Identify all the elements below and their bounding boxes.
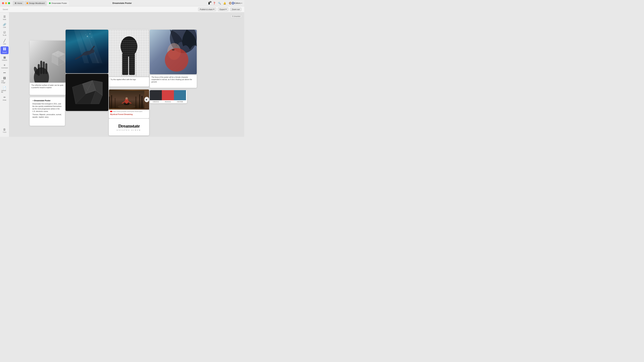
youtube-icon bbox=[110, 111, 112, 112]
traffic-lights bbox=[2, 2, 10, 4]
water-caption-text: The reflective surface of water can be q… bbox=[30, 83, 66, 90]
card-video[interactable]: ▶ https://www.youtube.com/mystic-forest-… bbox=[109, 89, 149, 118]
geometric-image bbox=[66, 74, 108, 111]
publish-share-button[interactable]: Publish & share ▾ bbox=[198, 7, 216, 11]
line-icon: ╱ bbox=[4, 39, 6, 43]
fullscreen-button[interactable] bbox=[8, 2, 10, 4]
tab-home[interactable]: Home bbox=[13, 1, 24, 5]
trash-label: Trash bbox=[3, 131, 6, 133]
logo-title: Dreamstate bbox=[118, 123, 140, 129]
help-icon[interactable]: ❓ bbox=[213, 2, 216, 4]
card-text-description[interactable]: —Dreamstate Poster Dreamstate first emer… bbox=[30, 97, 65, 126]
portrait-caption-text: The focus of the poster will be a female… bbox=[150, 75, 197, 84]
notification-icon[interactable]: 🔔 bbox=[223, 2, 226, 4]
portrait-image bbox=[150, 30, 197, 74]
secondary-toolbar: Saved Publish & share ▾ Export ▾ Zoom ou… bbox=[0, 6, 244, 12]
sidebar-image-label: Add image bbox=[1, 80, 8, 83]
sidebar-item-todo[interactable]: ☑ To-do bbox=[0, 30, 8, 37]
card-underwater[interactable] bbox=[66, 30, 108, 73]
svg-rect-3 bbox=[5, 49, 6, 50]
minimize-button[interactable] bbox=[5, 2, 7, 4]
forest-scene bbox=[109, 89, 144, 110]
board-icon bbox=[3, 47, 6, 51]
column-icon: ▦ bbox=[3, 56, 6, 59]
svg-point-53 bbox=[172, 49, 174, 51]
trash-icon: 🗑 bbox=[3, 128, 6, 131]
sidebar-item-more[interactable]: ••• bbox=[0, 70, 8, 75]
sidebar-line-label: Line bbox=[3, 43, 6, 45]
card-halftone-caption[interactable]: Try this rippled effect with the logo bbox=[109, 77, 149, 86]
zoom-out-button[interactable]: Zoom out bbox=[230, 7, 242, 11]
tab-home-label: Home bbox=[17, 2, 22, 4]
sidebar-item-board[interactable]: Board bbox=[0, 46, 8, 54]
sidebar-item-column[interactable]: ▦ Column bbox=[0, 55, 8, 62]
svg-rect-8 bbox=[43, 61, 45, 74]
card-geometric[interactable] bbox=[66, 74, 108, 111]
svg-point-66 bbox=[118, 105, 136, 108]
svg-point-52 bbox=[165, 48, 188, 71]
publish-chevron-icon: ▾ bbox=[213, 8, 214, 10]
card-portrait[interactable] bbox=[150, 30, 197, 74]
svg-rect-59 bbox=[136, 96, 136, 108]
close-button[interactable] bbox=[2, 2, 4, 4]
svg-rect-57 bbox=[142, 96, 142, 108]
search-icon[interactable]: 🔍 bbox=[218, 2, 221, 4]
export-button[interactable]: Export ▾ bbox=[218, 7, 228, 11]
titlebar: Home Design Moodboard Dreamstate Poster … bbox=[0, 0, 244, 6]
video-title: Mystical Forest Dreaming bbox=[109, 113, 149, 117]
play-button[interactable]: ▶ bbox=[144, 97, 149, 102]
document-title: Dreamstate Poster bbox=[112, 2, 132, 4]
editors-chevron-icon: ▾ bbox=[241, 2, 242, 4]
sidebar-item-link[interactable]: 🔗 Link bbox=[0, 22, 8, 29]
card-halftone[interactable] bbox=[109, 30, 149, 77]
underwater-image bbox=[66, 30, 108, 73]
halftone-caption-text: Try this rippled effect with the logo bbox=[109, 77, 149, 82]
tab-dreamstate-poster[interactable]: Dreamstate Poster bbox=[47, 1, 69, 5]
text-card-heading: —Dreamstate Poster bbox=[32, 99, 62, 102]
sidebar-todo-label: To-do bbox=[3, 34, 6, 36]
sidebar-file-label: Upload file bbox=[1, 90, 8, 93]
editors-button[interactable]: A B Editors ▾ bbox=[228, 1, 242, 5]
upload-file-icon: 📄 bbox=[3, 86, 6, 89]
halftone-image bbox=[109, 30, 149, 77]
card-hand-image[interactable] bbox=[30, 40, 66, 82]
sidebar-item-draw[interactable]: ✏ Draw bbox=[0, 95, 8, 102]
text-card-body2: Themes: Majestic, provocative, surreal, … bbox=[32, 113, 62, 118]
swatch-red bbox=[162, 90, 174, 100]
swatch-blue-label: #36789B bbox=[174, 100, 186, 103]
sidebar: ☰ Note 🔗 Link ☑ To-do ╱ Line Board bbox=[0, 12, 9, 137]
svg-rect-1 bbox=[5, 48, 6, 49]
draw-icon: ✏ bbox=[4, 96, 6, 99]
sidebar-note-label: Note bbox=[3, 18, 6, 20]
svg-rect-48 bbox=[120, 40, 137, 77]
tab-design-moodboard-dot bbox=[26, 2, 28, 4]
avatar-2: B bbox=[231, 1, 235, 5]
tab-design-moodboard[interactable]: Design Moodboard bbox=[24, 1, 46, 5]
card-logo[interactable]: Dreamstate ESCAPES ALBUM bbox=[109, 119, 149, 135]
sidebar-item-note[interactable]: ☰ Note bbox=[0, 14, 8, 21]
sidebar-item-trash[interactable]: 🗑 Trash bbox=[2, 127, 7, 134]
note-icon: ☰ bbox=[3, 15, 6, 18]
editors-label: Editors bbox=[234, 2, 241, 4]
sidebar-link-label: Link bbox=[3, 26, 6, 28]
main-layout: ☰ Note 🔗 Link ☑ To-do ╱ Line Board bbox=[0, 12, 244, 137]
canvas-area[interactable]: 0 Unsorted bbox=[9, 12, 244, 137]
card-water-caption[interactable]: The reflective surface of water can be q… bbox=[30, 83, 66, 95]
device-icon[interactable]: 📱 0 bbox=[208, 2, 210, 4]
sidebar-item-line[interactable]: ╱ Line bbox=[0, 38, 8, 46]
sidebar-item-comment[interactable]: ≡ Comment bbox=[0, 63, 8, 70]
toolbar-actions: Publish & share ▾ Export ▾ Zoom out bbox=[198, 7, 242, 11]
link-icon: 🔗 bbox=[3, 23, 6, 26]
unsorted-badge[interactable]: 0 Unsorted bbox=[230, 15, 242, 18]
sidebar-board-label: Board bbox=[2, 51, 6, 53]
card-color-swatches[interactable]: #2B2D32 #D24141 #36789B bbox=[150, 90, 187, 103]
sidebar-item-add-image[interactable]: 🖼 Add image bbox=[0, 76, 8, 84]
tab-dreamstate-dot bbox=[49, 2, 51, 4]
svg-point-22 bbox=[87, 36, 88, 37]
swatch-labels: #2B2D32 #D24141 #36789B bbox=[150, 100, 187, 103]
svg-point-25 bbox=[91, 37, 92, 38]
avatar-stack: A B bbox=[228, 1, 234, 5]
card-portrait-caption[interactable]: The focus of the poster will be a female… bbox=[150, 75, 197, 88]
add-image-icon: 🖼 bbox=[3, 77, 6, 80]
sidebar-item-upload-file[interactable]: 📄 Upload file bbox=[0, 85, 8, 94]
